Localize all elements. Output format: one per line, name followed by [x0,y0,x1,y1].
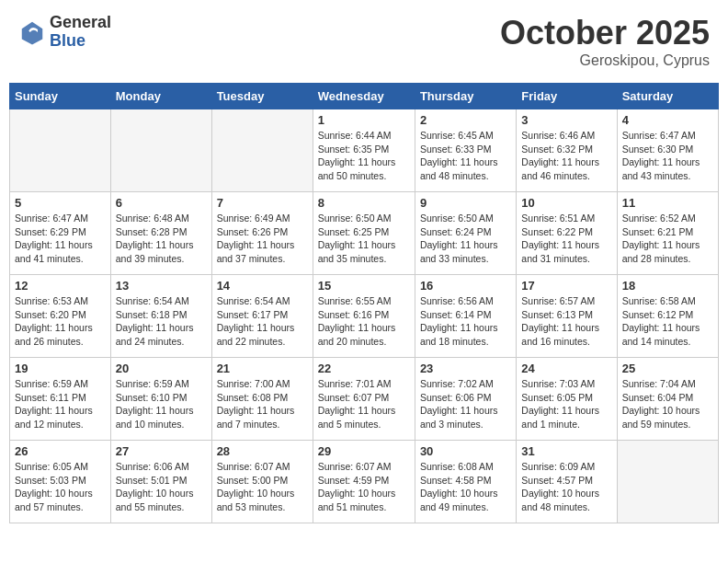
col-friday: Friday [517,84,617,109]
calendar-cell: 11Sunrise: 6:52 AM Sunset: 6:21 PM Dayli… [617,192,718,275]
day-number: 19 [15,362,106,375]
calendar-cell: 24Sunrise: 7:03 AM Sunset: 6:05 PM Dayli… [517,358,617,441]
day-info: Sunrise: 6:59 AM Sunset: 6:11 PM Dayligh… [15,377,106,431]
calendar-cell: 23Sunrise: 7:02 AM Sunset: 6:06 PM Dayli… [415,358,516,441]
day-info: Sunrise: 6:47 AM Sunset: 6:29 PM Dayligh… [15,212,106,266]
col-thursday: Thursday [415,84,516,109]
location-subtitle: Geroskipou, Cyprus [500,52,710,69]
day-info: Sunrise: 6:48 AM Sunset: 6:28 PM Dayligh… [116,212,207,266]
day-number: 8 [318,196,410,210]
calendar-cell: 16Sunrise: 6:56 AM Sunset: 6:14 PM Dayli… [415,275,516,358]
day-info: Sunrise: 6:54 AM Sunset: 6:17 PM Dayligh… [217,294,308,349]
calendar-cell: 30Sunrise: 6:08 AM Sunset: 4:58 PM Dayli… [415,441,516,523]
calendar-cell: 27Sunrise: 6:06 AM Sunset: 5:01 PM Dayli… [110,441,211,523]
calendar-cell: 3Sunrise: 6:46 AM Sunset: 6:32 PM Daylig… [517,109,617,192]
week-row-2: 5Sunrise: 6:47 AM Sunset: 6:29 PM Daylig… [10,192,719,275]
day-info: Sunrise: 6:46 AM Sunset: 6:32 PM Dayligh… [521,129,611,183]
calendar-cell: 19Sunrise: 6:59 AM Sunset: 6:11 PM Dayli… [10,358,111,441]
day-number: 26 [15,444,106,458]
day-info: Sunrise: 6:53 AM Sunset: 6:20 PM Dayligh… [15,294,106,349]
day-info: Sunrise: 7:00 AM Sunset: 6:08 PM Dayligh… [217,377,308,431]
logo-icon [18,18,46,46]
day-number: 3 [521,113,611,127]
day-number: 15 [318,279,410,293]
week-row-3: 12Sunrise: 6:53 AM Sunset: 6:20 PM Dayli… [10,275,719,358]
calendar-cell: 4Sunrise: 6:47 AM Sunset: 6:30 PM Daylig… [617,109,718,192]
day-info: Sunrise: 6:47 AM Sunset: 6:30 PM Dayligh… [622,129,713,183]
day-info: Sunrise: 6:09 AM Sunset: 4:57 PM Dayligh… [521,460,611,514]
day-info: Sunrise: 6:08 AM Sunset: 4:58 PM Dayligh… [420,460,511,514]
calendar-cell: 18Sunrise: 6:58 AM Sunset: 6:12 PM Dayli… [617,275,718,358]
day-info: Sunrise: 6:59 AM Sunset: 6:10 PM Dayligh… [116,377,207,431]
week-row-1: 1Sunrise: 6:44 AM Sunset: 6:35 PM Daylig… [10,109,719,192]
col-tuesday: Tuesday [211,84,313,109]
calendar-cell: 28Sunrise: 6:07 AM Sunset: 5:00 PM Dayli… [211,441,313,523]
calendar-cell: 15Sunrise: 6:55 AM Sunset: 6:16 PM Dayli… [313,275,415,358]
col-wednesday: Wednesday [313,84,415,109]
day-info: Sunrise: 6:51 AM Sunset: 6:22 PM Dayligh… [521,212,611,266]
col-sunday: Sunday [10,84,111,109]
calendar-cell: 7Sunrise: 6:49 AM Sunset: 6:26 PM Daylig… [211,192,313,275]
day-info: Sunrise: 7:01 AM Sunset: 6:07 PM Dayligh… [318,377,410,431]
day-number: 1 [318,113,410,127]
calendar-cell: 12Sunrise: 6:53 AM Sunset: 6:20 PM Dayli… [10,275,111,358]
day-number: 23 [420,362,511,375]
calendar-cell: 14Sunrise: 6:54 AM Sunset: 6:17 PM Dayli… [211,275,313,358]
day-number: 25 [622,362,713,375]
calendar-cell: 29Sunrise: 6:07 AM Sunset: 4:59 PM Dayli… [313,441,415,523]
day-number: 30 [420,444,511,458]
month-title: October 2025 [500,14,710,52]
day-number: 20 [116,362,207,375]
day-info: Sunrise: 6:57 AM Sunset: 6:13 PM Dayligh… [521,294,611,349]
day-number: 7 [217,196,308,210]
col-saturday: Saturday [617,84,718,109]
logo-blue: Blue [50,32,111,51]
calendar-cell [211,109,313,192]
day-info: Sunrise: 6:06 AM Sunset: 5:01 PM Dayligh… [116,460,207,514]
day-number: 28 [217,444,308,458]
calendar-cell: 13Sunrise: 6:54 AM Sunset: 6:18 PM Dayli… [110,275,211,358]
day-info: Sunrise: 6:56 AM Sunset: 6:14 PM Dayligh… [420,294,511,349]
day-info: Sunrise: 6:05 AM Sunset: 5:03 PM Dayligh… [15,460,106,514]
calendar-cell: 5Sunrise: 6:47 AM Sunset: 6:29 PM Daylig… [10,192,111,275]
day-info: Sunrise: 6:49 AM Sunset: 6:26 PM Dayligh… [217,212,308,266]
calendar-header-row: Sunday Monday Tuesday Wednesday Thursday… [10,84,719,109]
day-info: Sunrise: 6:58 AM Sunset: 6:12 PM Dayligh… [622,294,713,349]
day-number: 17 [521,279,611,293]
day-info: Sunrise: 6:50 AM Sunset: 6:24 PM Dayligh… [420,212,511,266]
day-number: 13 [116,279,207,293]
calendar-cell: 9Sunrise: 6:50 AM Sunset: 6:24 PM Daylig… [415,192,516,275]
week-row-4: 19Sunrise: 6:59 AM Sunset: 6:11 PM Dayli… [10,358,719,441]
day-number: 22 [318,362,410,375]
day-info: Sunrise: 6:54 AM Sunset: 6:18 PM Dayligh… [116,294,207,349]
day-number: 9 [420,196,511,210]
calendar-cell [617,441,718,523]
day-number: 2 [420,113,511,127]
calendar-cell: 21Sunrise: 7:00 AM Sunset: 6:08 PM Dayli… [211,358,313,441]
day-info: Sunrise: 6:07 AM Sunset: 5:00 PM Dayligh… [217,460,308,514]
calendar-cell: 17Sunrise: 6:57 AM Sunset: 6:13 PM Dayli… [517,275,617,358]
calendar-cell [110,109,211,192]
day-info: Sunrise: 6:45 AM Sunset: 6:33 PM Dayligh… [420,129,511,183]
week-row-5: 26Sunrise: 6:05 AM Sunset: 5:03 PM Dayli… [10,441,719,523]
day-number: 31 [521,444,611,458]
day-number: 16 [420,279,511,293]
day-number: 18 [622,279,713,293]
calendar-cell: 25Sunrise: 7:04 AM Sunset: 6:04 PM Dayli… [617,358,718,441]
calendar-cell: 22Sunrise: 7:01 AM Sunset: 6:07 PM Dayli… [313,358,415,441]
title-block: October 2025 Geroskipou, Cyprus [500,14,710,69]
day-info: Sunrise: 7:03 AM Sunset: 6:05 PM Dayligh… [521,377,611,431]
day-number: 4 [622,113,713,127]
calendar-cell: 20Sunrise: 6:59 AM Sunset: 6:10 PM Dayli… [110,358,211,441]
day-number: 21 [217,362,308,375]
day-number: 24 [521,362,611,375]
calendar-cell: 31Sunrise: 6:09 AM Sunset: 4:57 PM Dayli… [517,441,617,523]
calendar-cell: 8Sunrise: 6:50 AM Sunset: 6:25 PM Daylig… [313,192,415,275]
logo-text: General Blue [50,14,111,51]
day-number: 12 [15,279,106,293]
day-number: 5 [15,196,106,210]
logo: General Blue [18,14,111,51]
calendar-cell: 6Sunrise: 6:48 AM Sunset: 6:28 PM Daylig… [110,192,211,275]
day-info: Sunrise: 6:55 AM Sunset: 6:16 PM Dayligh… [318,294,410,349]
col-monday: Monday [110,84,211,109]
